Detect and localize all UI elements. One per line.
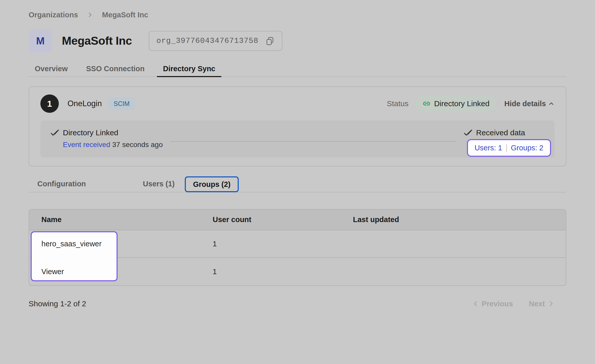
connection-index-badge: 1 — [40, 94, 59, 113]
groups-count-link[interactable]: Groups: 2 — [511, 144, 543, 152]
hide-details-label: Hide details — [504, 100, 546, 108]
column-header-last-updated: Last updated — [353, 215, 554, 224]
chevron-right-icon — [547, 300, 555, 307]
link-icon — [422, 99, 431, 108]
hide-details-toggle[interactable]: Hide details — [504, 100, 555, 108]
breadcrumb: Organizations MegaSoft Inc — [29, 10, 566, 19]
chevron-left-icon — [472, 300, 479, 307]
org-tabs: Overview SSO Connection Directory Sync — [29, 60, 566, 77]
subtab-users[interactable]: Users (1) — [143, 180, 175, 188]
org-avatar: M — [29, 29, 52, 53]
counts-divider — [506, 144, 507, 152]
copy-org-id-button[interactable] — [265, 36, 275, 46]
previous-page-button[interactable]: Previous — [472, 300, 513, 308]
status-group: Status Directory Linked Hide details — [387, 96, 555, 112]
subtab-groups-highlight: Groups (2) — [185, 176, 239, 192]
received-counts-annotation: Users: 1 Groups: 2 — [467, 139, 551, 157]
next-page-button[interactable]: Next — [529, 300, 555, 308]
step-linked-title: Directory Linked — [63, 128, 118, 137]
breadcrumb-organizations[interactable]: Organizations — [29, 11, 78, 19]
status-badge: Directory Linked — [416, 96, 496, 112]
directory-connection-card: 1 OneLogin SCIM Status Directory Linked — [29, 86, 566, 166]
directory-subtabs: Configuration Users (1) Groups (2) — [29, 176, 566, 192]
org-id-chip[interactable]: org_39776043476713758 — [149, 31, 282, 51]
provider-name: OneLogin — [67, 99, 102, 108]
table-footer: Showing 1-2 of 2 Previous Next — [29, 298, 566, 309]
cell-user-count: 1 — [213, 240, 353, 248]
step-received-data: Received data Users: 1 Groups: 2 — [463, 128, 551, 157]
organization-directory-sync-page: Organizations MegaSoft Inc M MegaSoft In… — [0, 10, 595, 309]
status-value: Directory Linked — [434, 99, 489, 108]
protocol-badge: SCIM — [108, 98, 135, 110]
cell-group-name[interactable]: hero_saas_viewer — [41, 240, 213, 248]
tab-sso-connection[interactable]: SSO Connection — [80, 60, 151, 77]
double-check-icon — [463, 128, 473, 137]
pagination-summary: Showing 1-2 of 2 — [29, 299, 86, 308]
event-time: 37 seconds ago — [110, 141, 163, 149]
previous-label: Previous — [482, 300, 513, 308]
connection-card-header: 1 OneLogin SCIM Status Directory Linked — [40, 94, 555, 113]
groups-table: Name User count Last updated hero_saas_v… — [29, 209, 566, 286]
status-label: Status — [387, 99, 408, 108]
chevron-up-icon — [548, 100, 555, 107]
users-count-link[interactable]: Users: 1 — [475, 144, 502, 152]
column-header-user-count: User count — [213, 215, 353, 224]
copy-icon — [265, 36, 275, 46]
org-header: M MegaSoft Inc org_39776043476713758 — [29, 29, 566, 53]
sync-timeline-panel: Directory Linked Event received 37 secon… — [40, 120, 555, 157]
step-received-title: Received data — [476, 128, 525, 137]
tab-directory-sync[interactable]: Directory Sync — [157, 60, 222, 77]
breadcrumb-current-org: MegaSoft Inc — [102, 11, 148, 19]
subtab-configuration[interactable]: Configuration — [37, 180, 86, 188]
double-check-icon — [50, 128, 59, 137]
column-header-name: Name — [41, 215, 213, 224]
event-received-link[interactable]: Event received — [63, 141, 110, 149]
step-linked-subtext: Event received 37 seconds ago — [63, 141, 163, 149]
next-label: Next — [529, 300, 545, 308]
pagination-controls: Previous Next — [472, 300, 555, 308]
chevron-right-icon — [87, 11, 93, 18]
page-title: MegaSoft Inc — [62, 34, 132, 47]
step-directory-linked: Directory Linked Event received 37 secon… — [50, 128, 163, 149]
subtab-groups[interactable]: Groups (2) — [193, 180, 231, 189]
table-header-row: Name User count Last updated — [29, 210, 566, 230]
cell-group-name[interactable]: Viewer — [41, 268, 213, 276]
cell-user-count: 1 — [213, 268, 353, 276]
org-id-value: org_39776043476713758 — [156, 37, 258, 45]
tab-overview[interactable]: Overview — [29, 60, 74, 77]
timeline-connector-line — [170, 141, 456, 142]
